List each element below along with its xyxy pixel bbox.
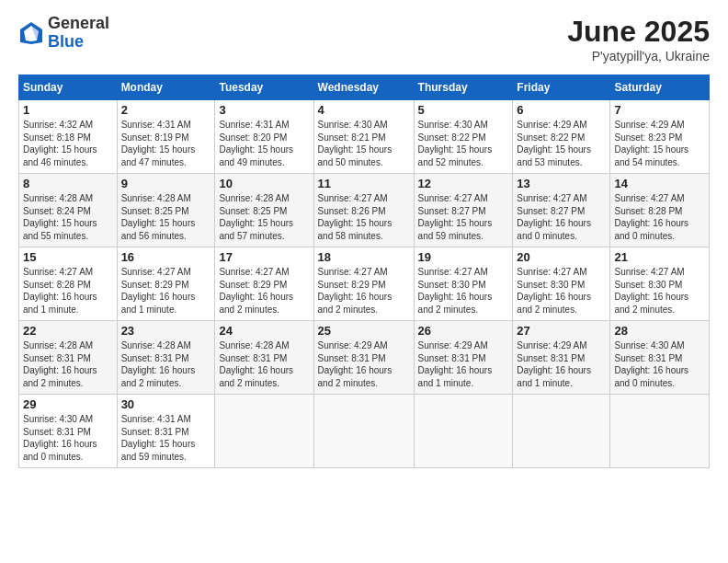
calendar-header: SundayMondayTuesdayWednesdayThursdayFrid… xyxy=(19,75,710,100)
day-number: 21 xyxy=(614,250,705,264)
day-cell: 23Sunrise: 4:28 AM Sunset: 8:31 PM Dayli… xyxy=(117,321,215,395)
day-info: Sunrise: 4:27 AM Sunset: 8:26 PM Dayligh… xyxy=(318,192,410,242)
logo-icon xyxy=(18,20,44,46)
header-row: SundayMondayTuesdayWednesdayThursdayFrid… xyxy=(19,75,710,100)
day-info: Sunrise: 4:27 AM Sunset: 8:29 PM Dayligh… xyxy=(121,266,211,316)
day-cell: 3Sunrise: 4:31 AM Sunset: 8:20 PM Daylig… xyxy=(215,100,313,174)
header-cell-friday: Friday xyxy=(513,75,610,100)
week-row-1: 1Sunrise: 4:32 AM Sunset: 8:18 PM Daylig… xyxy=(19,100,710,174)
day-number: 23 xyxy=(121,324,211,338)
day-cell: 30Sunrise: 4:31 AM Sunset: 8:31 PM Dayli… xyxy=(117,395,215,468)
day-info: Sunrise: 4:28 AM Sunset: 8:25 PM Dayligh… xyxy=(219,192,309,242)
day-cell: 19Sunrise: 4:27 AM Sunset: 8:30 PM Dayli… xyxy=(414,247,513,321)
day-info: Sunrise: 4:28 AM Sunset: 8:31 PM Dayligh… xyxy=(219,339,309,389)
day-number: 25 xyxy=(318,324,410,338)
day-info: Sunrise: 4:27 AM Sunset: 8:29 PM Dayligh… xyxy=(318,266,410,316)
day-number: 26 xyxy=(418,324,509,338)
page-header: General Blue June 2025 P'yatypill'ya, Uk… xyxy=(18,15,710,63)
day-cell: 15Sunrise: 4:27 AM Sunset: 8:28 PM Dayli… xyxy=(19,247,118,321)
day-info: Sunrise: 4:29 AM Sunset: 8:23 PM Dayligh… xyxy=(614,119,705,168)
week-row-3: 15Sunrise: 4:27 AM Sunset: 8:28 PM Dayli… xyxy=(19,247,710,321)
day-info: Sunrise: 4:31 AM Sunset: 8:20 PM Dayligh… xyxy=(219,119,309,168)
day-number: 29 xyxy=(23,397,113,411)
day-cell: 1Sunrise: 4:32 AM Sunset: 8:18 PM Daylig… xyxy=(19,100,118,174)
day-info: Sunrise: 4:27 AM Sunset: 8:27 PM Dayligh… xyxy=(418,192,509,242)
day-number: 6 xyxy=(517,103,606,117)
header-cell-thursday: Thursday xyxy=(414,75,513,100)
day-info: Sunrise: 4:28 AM Sunset: 8:24 PM Dayligh… xyxy=(23,192,113,242)
day-number: 13 xyxy=(517,177,606,190)
day-cell: 24Sunrise: 4:28 AM Sunset: 8:31 PM Dayli… xyxy=(215,321,313,395)
day-cell: 21Sunrise: 4:27 AM Sunset: 8:30 PM Dayli… xyxy=(610,247,710,321)
header-cell-tuesday: Tuesday xyxy=(215,75,313,100)
day-cell: 20Sunrise: 4:27 AM Sunset: 8:30 PM Dayli… xyxy=(513,247,610,321)
day-cell: 26Sunrise: 4:29 AM Sunset: 8:31 PM Dayli… xyxy=(414,321,513,395)
day-info: Sunrise: 4:28 AM Sunset: 8:31 PM Dayligh… xyxy=(121,339,211,389)
calendar-body: 1Sunrise: 4:32 AM Sunset: 8:18 PM Daylig… xyxy=(19,100,710,468)
day-number: 27 xyxy=(517,324,606,338)
day-cell: 16Sunrise: 4:27 AM Sunset: 8:29 PM Dayli… xyxy=(117,247,215,321)
day-number: 15 xyxy=(23,250,113,264)
location: P'yatypill'ya, Ukraine xyxy=(567,49,710,63)
day-number: 5 xyxy=(418,103,509,117)
day-info: Sunrise: 4:30 AM Sunset: 8:21 PM Dayligh… xyxy=(318,119,410,168)
day-cell xyxy=(513,395,610,468)
day-number: 19 xyxy=(418,250,509,264)
day-cell: 12Sunrise: 4:27 AM Sunset: 8:27 PM Dayli… xyxy=(414,174,513,247)
calendar: SundayMondayTuesdayWednesdayThursdayFrid… xyxy=(18,75,710,468)
day-info: Sunrise: 4:31 AM Sunset: 8:19 PM Dayligh… xyxy=(121,119,211,168)
week-row-5: 29Sunrise: 4:30 AM Sunset: 8:31 PM Dayli… xyxy=(19,395,710,468)
day-cell: 27Sunrise: 4:29 AM Sunset: 8:31 PM Dayli… xyxy=(513,321,610,395)
day-cell: 29Sunrise: 4:30 AM Sunset: 8:31 PM Dayli… xyxy=(19,395,118,468)
day-info: Sunrise: 4:31 AM Sunset: 8:31 PM Dayligh… xyxy=(121,413,211,463)
day-number: 18 xyxy=(318,250,410,264)
day-cell: 22Sunrise: 4:28 AM Sunset: 8:31 PM Dayli… xyxy=(19,321,118,395)
day-cell: 11Sunrise: 4:27 AM Sunset: 8:26 PM Dayli… xyxy=(313,174,414,247)
day-info: Sunrise: 4:27 AM Sunset: 8:28 PM Dayligh… xyxy=(614,192,705,242)
logo-text: General Blue xyxy=(48,15,109,52)
week-row-4: 22Sunrise: 4:28 AM Sunset: 8:31 PM Dayli… xyxy=(19,321,710,395)
day-cell: 8Sunrise: 4:28 AM Sunset: 8:24 PM Daylig… xyxy=(19,174,118,247)
day-cell xyxy=(414,395,513,468)
day-info: Sunrise: 4:27 AM Sunset: 8:30 PM Dayligh… xyxy=(517,266,606,316)
day-info: Sunrise: 4:30 AM Sunset: 8:31 PM Dayligh… xyxy=(614,339,705,389)
day-cell: 25Sunrise: 4:29 AM Sunset: 8:31 PM Dayli… xyxy=(313,321,414,395)
header-cell-wednesday: Wednesday xyxy=(313,75,414,100)
day-info: Sunrise: 4:27 AM Sunset: 8:29 PM Dayligh… xyxy=(219,266,309,316)
day-cell: 4Sunrise: 4:30 AM Sunset: 8:21 PM Daylig… xyxy=(313,100,414,174)
day-cell: 18Sunrise: 4:27 AM Sunset: 8:29 PM Dayli… xyxy=(313,247,414,321)
day-number: 14 xyxy=(614,177,705,190)
day-cell: 10Sunrise: 4:28 AM Sunset: 8:25 PM Dayli… xyxy=(215,174,313,247)
day-info: Sunrise: 4:30 AM Sunset: 8:22 PM Dayligh… xyxy=(418,119,509,168)
day-cell: 14Sunrise: 4:27 AM Sunset: 8:28 PM Dayli… xyxy=(610,174,710,247)
day-number: 12 xyxy=(418,177,509,190)
day-info: Sunrise: 4:28 AM Sunset: 8:25 PM Dayligh… xyxy=(121,192,211,242)
day-info: Sunrise: 4:30 AM Sunset: 8:31 PM Dayligh… xyxy=(23,413,113,463)
day-cell: 2Sunrise: 4:31 AM Sunset: 8:19 PM Daylig… xyxy=(117,100,215,174)
day-cell xyxy=(215,395,313,468)
day-info: Sunrise: 4:32 AM Sunset: 8:18 PM Dayligh… xyxy=(23,119,113,168)
day-number: 11 xyxy=(318,177,410,190)
day-number: 3 xyxy=(219,103,309,117)
day-info: Sunrise: 4:29 AM Sunset: 8:31 PM Dayligh… xyxy=(318,339,410,389)
day-info: Sunrise: 4:27 AM Sunset: 8:28 PM Dayligh… xyxy=(23,266,113,316)
day-cell: 7Sunrise: 4:29 AM Sunset: 8:23 PM Daylig… xyxy=(610,100,710,174)
day-info: Sunrise: 4:28 AM Sunset: 8:31 PM Dayligh… xyxy=(23,339,113,389)
logo-general: General xyxy=(48,15,109,33)
day-cell: 6Sunrise: 4:29 AM Sunset: 8:22 PM Daylig… xyxy=(513,100,610,174)
day-number: 30 xyxy=(121,397,211,411)
header-cell-saturday: Saturday xyxy=(610,75,710,100)
header-cell-sunday: Sunday xyxy=(19,75,118,100)
logo: General Blue xyxy=(18,15,109,52)
header-cell-monday: Monday xyxy=(117,75,215,100)
day-number: 28 xyxy=(614,324,705,338)
week-row-2: 8Sunrise: 4:28 AM Sunset: 8:24 PM Daylig… xyxy=(19,174,710,247)
day-info: Sunrise: 4:27 AM Sunset: 8:30 PM Dayligh… xyxy=(614,266,705,316)
logo-blue: Blue xyxy=(48,33,109,52)
day-number: 7 xyxy=(614,103,705,117)
day-number: 20 xyxy=(517,250,606,264)
day-number: 24 xyxy=(219,324,309,338)
day-number: 2 xyxy=(121,103,211,117)
day-info: Sunrise: 4:27 AM Sunset: 8:27 PM Dayligh… xyxy=(517,192,606,242)
day-cell xyxy=(313,395,414,468)
